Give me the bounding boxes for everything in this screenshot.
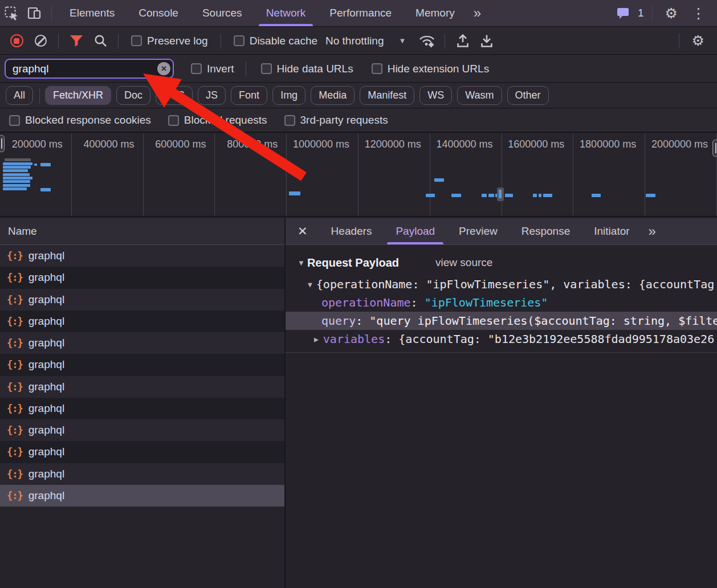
filter-input[interactable]: [5, 59, 174, 79]
devtools-main-toolbar: ElementsConsoleSourcesNetworkPerformance…: [0, 0, 717, 27]
invert-checkbox[interactable]: [191, 63, 202, 74]
payload-view: ▼ Request Payload view source ▼ {operati…: [286, 245, 717, 353]
request-row[interactable]: {:} graphql: [0, 398, 284, 419]
timeline-bar: [289, 191, 300, 195]
timeline-left-grip[interactable]: [0, 135, 5, 152]
advanced-filter-checkbox-group[interactable]: Blocked requests: [168, 114, 267, 126]
advanced-filter-checkbox-group[interactable]: 3rd-party requests: [284, 114, 388, 126]
panel-tab[interactable]: Console: [127, 0, 190, 26]
request-row[interactable]: {:} graphql: [0, 245, 284, 267]
detail-tab[interactable]: Preview: [447, 218, 510, 244]
collapse-triangle-icon[interactable]: ▼: [308, 280, 312, 289]
request-row[interactable]: {:} graphql: [0, 419, 284, 441]
panel-tab[interactable]: Memory: [404, 0, 467, 26]
request-type-chip[interactable]: Img: [272, 86, 305, 105]
payload-operation-name-line[interactable]: operationName: "ipFlowTimeseries": [286, 293, 717, 312]
request-row[interactable]: {:} graphql: [0, 311, 284, 332]
search-button[interactable]: [88, 29, 112, 53]
timeline-request-bars: [0, 133, 717, 216]
request-type-chip[interactable]: Fetch/XHR: [45, 86, 111, 105]
request-payload-title: Request Payload: [307, 256, 399, 270]
timeline-bar: [482, 194, 487, 197]
network-filter-row: ✕ Invert Hide data URLs Hide extension U…: [0, 55, 717, 83]
more-tabs-icon[interactable]: »: [467, 5, 488, 21]
settings-gear-icon[interactable]: ⚙: [658, 6, 685, 21]
request-name: graphql: [28, 468, 64, 480]
request-row[interactable]: {:} graphql: [0, 267, 284, 288]
request-row[interactable]: {:} graphql: [0, 332, 284, 354]
expand-triangle-icon[interactable]: ▶: [314, 335, 319, 344]
network-overview-timeline[interactable]: 200000 ms400000 ms600000 ms800000 ms1000…: [0, 133, 717, 217]
close-icon[interactable]: ✕: [286, 224, 319, 238]
request-type-chip[interactable]: WS: [419, 86, 452, 105]
export-har-button[interactable]: [475, 29, 499, 53]
payload-root-line[interactable]: ▼ {operationName: "ipFlowTimeseries", va…: [286, 275, 717, 293]
advanced-filter-checkbox-group[interactable]: Blocked response cookies: [9, 114, 151, 126]
throttling-dropdown[interactable]: No throttling ▼: [325, 35, 406, 47]
preserve-log-checkbox[interactable]: [131, 35, 142, 46]
payload-query-line-selected[interactable]: query: "query ipFlowTimeseries($accountT…: [286, 312, 717, 330]
advanced-filter-checkbox[interactable]: [168, 115, 179, 126]
disable-cache-checkbox-group[interactable]: Disable cache: [234, 35, 317, 47]
request-name: graphql: [28, 293, 64, 306]
request-name: graphql: [28, 337, 64, 349]
request-row[interactable]: {:} graphql: [0, 441, 284, 463]
request-row[interactable]: {:} graphql: [0, 376, 284, 398]
advanced-filter-checkbox[interactable]: [284, 115, 295, 126]
issues-icon[interactable]: [612, 2, 634, 24]
timeline-right-grip[interactable]: [712, 140, 717, 157]
device-toolbar-icon[interactable]: [23, 2, 46, 24]
preserve-log-checkbox-group[interactable]: Preserve log: [131, 35, 208, 47]
timeline-bar: [451, 194, 461, 197]
request-type-chip[interactable]: Wasm: [457, 86, 502, 105]
request-type-chip[interactable]: Doc: [116, 86, 150, 105]
payload-variables-line[interactable]: ▶ variables: {accountTag: "b12e3b2192ee5…: [286, 330, 717, 348]
more-detail-tabs-icon[interactable]: »: [642, 223, 663, 239]
clear-filter-icon[interactable]: ✕: [157, 62, 170, 75]
json-icon: {:}: [7, 337, 23, 349]
payload-key: operationName: [321, 296, 411, 309]
panel-tab[interactable]: Sources: [190, 0, 254, 26]
detail-tabs: HeadersPayloadPreviewResponseInitiator: [319, 218, 642, 244]
request-row[interactable]: {:} graphql: [0, 485, 284, 507]
inspect-element-icon[interactable]: [0, 2, 23, 24]
request-type-chip[interactable]: Media: [311, 86, 355, 105]
invert-checkbox-group[interactable]: Invert: [191, 63, 234, 75]
hide-data-urls-checkbox-group[interactable]: Hide data URLs: [261, 63, 353, 75]
request-row[interactable]: {:} graphql: [0, 463, 284, 485]
disable-cache-checkbox[interactable]: [234, 35, 245, 46]
request-row[interactable]: {:} graphql: [0, 289, 284, 311]
advanced-filter-checkbox[interactable]: [9, 115, 20, 126]
hide-extension-urls-checkbox[interactable]: [372, 63, 382, 74]
detail-tab[interactable]: Headers: [319, 218, 384, 244]
collapse-triangle-icon[interactable]: ▼: [298, 259, 305, 267]
name-column-header[interactable]: Name: [0, 218, 284, 245]
detail-tab[interactable]: Initiator: [582, 218, 641, 244]
network-conditions-button[interactable]: [415, 29, 439, 53]
network-settings-gear-icon[interactable]: ⚙: [685, 34, 711, 48]
request-type-chip[interactable]: All: [6, 86, 33, 105]
network-split-view: Name {:} graphql {:} graphql {:} graphql…: [0, 218, 717, 588]
request-name: graphql: [28, 315, 64, 328]
view-source-link[interactable]: view source: [435, 256, 492, 269]
request-type-filters: AllFetch/XHRDocCSSJSFontImgMediaManifest…: [0, 83, 717, 108]
detail-tab[interactable]: Response: [510, 218, 582, 244]
toolbar-divider: [445, 34, 445, 48]
panel-tab[interactable]: Elements: [58, 0, 127, 26]
request-row[interactable]: {:} graphql: [0, 354, 284, 375]
panel-tab[interactable]: Performance: [317, 0, 404, 26]
kebab-menu-icon[interactable]: ⋮: [685, 6, 712, 21]
panel-tab[interactable]: Network: [254, 0, 318, 26]
request-type-chip[interactable]: Font: [231, 86, 267, 105]
request-type-chip[interactable]: Other: [507, 86, 549, 105]
request-type-chip[interactable]: JS: [198, 86, 226, 105]
hide-data-urls-checkbox[interactable]: [261, 63, 272, 74]
detail-tab[interactable]: Payload: [384, 218, 447, 244]
hide-extension-urls-checkbox-group[interactable]: Hide extension URLs: [372, 63, 489, 75]
request-type-chip[interactable]: Manifest: [360, 86, 414, 105]
record-network-log-button[interactable]: [5, 29, 28, 53]
import-har-button[interactable]: [451, 29, 475, 53]
filter-button[interactable]: [64, 29, 88, 53]
request-type-chip[interactable]: CSS: [156, 86, 193, 105]
clear-network-log-button[interactable]: [28, 29, 52, 53]
